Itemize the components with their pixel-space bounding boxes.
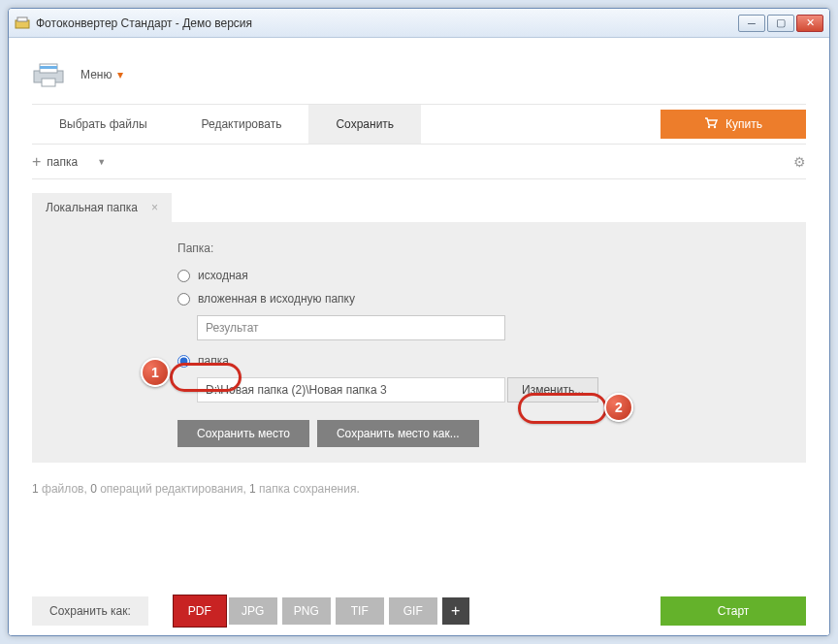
start-button[interactable]: Старт — [661, 596, 806, 626]
format-tif[interactable]: TIF — [336, 597, 384, 625]
close-icon[interactable]: × — [151, 201, 158, 214]
buy-label: Купить — [725, 117, 762, 131]
change-button[interactable]: Изменить... — [507, 377, 598, 402]
svg-rect-1 — [17, 17, 27, 21]
radio-source[interactable]: исходная — [177, 269, 777, 282]
menubar: Меню ▾ — [32, 51, 806, 98]
nested-folder-field[interactable]: Результат — [197, 315, 505, 340]
main-tabs: Выбрать файлы Редактировать Сохранить Ку… — [32, 104, 806, 145]
radio-nested[interactable]: вложенная в исходную папку — [177, 292, 777, 306]
titlebar: Фотоконвертер Стандарт - Демо версия ─ ▢… — [9, 9, 829, 38]
format-add[interactable]: + — [442, 597, 469, 625]
svg-rect-5 — [42, 79, 55, 86]
status-ops-count: 0 — [90, 482, 97, 496]
radio-source-label: исходная — [198, 269, 248, 282]
save-as-label: Сохранить как: — [32, 596, 148, 626]
svg-point-6 — [708, 125, 710, 127]
path-field[interactable]: D:\Новая папка (2)\Новая папка 3 — [197, 377, 505, 402]
maximize-button[interactable]: ▢ — [767, 15, 794, 32]
save-place-button[interactable]: Сохранить место — [177, 420, 309, 447]
menu-label: Меню — [81, 68, 112, 81]
format-gif[interactable]: GIF — [389, 597, 437, 625]
folder-dropdown[interactable]: папка ▼ — [47, 155, 106, 169]
app-window: Фотоконвертер Стандарт - Демо версия ─ ▢… — [8, 8, 830, 636]
format-png[interactable]: PNG — [282, 597, 331, 625]
format-jpg[interactable]: JPG — [229, 597, 277, 625]
window-buttons: ─ ▢ ✕ — [738, 15, 823, 32]
save-panel: Папка: исходная вложенная в исходную пап… — [32, 222, 806, 463]
tab-select-files[interactable]: Выбрать файлы — [32, 105, 175, 144]
window-title: Фотоконвертер Стандарт - Демо версия — [36, 16, 738, 30]
radio-nested-label: вложенная в исходную папку — [198, 292, 355, 306]
status-line: 1 файлов, 0 операций редактирования, 1 п… — [32, 482, 806, 496]
path-row: D:\Новая папка (2)\Новая папка 3 Изменит… — [197, 377, 777, 402]
cart-icon — [704, 117, 718, 132]
tab-edit[interactable]: Редактировать — [175, 105, 309, 144]
svg-rect-4 — [40, 66, 57, 69]
bottom-bar: Сохранить как: PDF JPG PNG TIF GIF + Ста… — [32, 583, 806, 626]
gear-icon[interactable]: ⚙ — [793, 154, 806, 170]
folder-heading: Папка: — [177, 242, 777, 255]
radio-folder-label: папка — [198, 354, 229, 368]
status-files-count: 1 — [32, 482, 39, 496]
radio-nested-input[interactable] — [177, 293, 190, 306]
tab-local-folder-label: Локальная папка — [46, 201, 138, 214]
client-area: Меню ▾ Выбрать файлы Редактировать Сохра… — [9, 38, 829, 635]
folder-dropdown-label: папка — [47, 155, 78, 169]
close-button[interactable]: ✕ — [796, 15, 823, 32]
annotation-badge-1: 1 — [141, 358, 170, 387]
tab-local-folder[interactable]: Локальная папка × — [32, 193, 172, 222]
radio-folder-input[interactable] — [177, 355, 190, 368]
minimize-button[interactable]: ─ — [738, 15, 765, 32]
menu-button[interactable]: Меню ▾ — [81, 68, 123, 81]
tab-save[interactable]: Сохранить — [308, 105, 421, 144]
save-place-as-button[interactable]: Сохранить место как... — [317, 420, 479, 447]
location-tabs: Локальная папка × — [32, 193, 806, 222]
svg-point-7 — [714, 125, 716, 127]
format-pdf[interactable]: PDF — [176, 597, 224, 625]
subtoolbar: + папка ▼ ⚙ — [32, 145, 806, 179]
app-icon — [15, 16, 30, 31]
printer-icon — [32, 61, 67, 88]
caret-down-icon: ▾ — [113, 68, 122, 81]
buy-button[interactable]: Купить — [661, 110, 806, 139]
save-buttons: Сохранить место Сохранить место как... — [177, 420, 777, 447]
caret-down-icon: ▼ — [97, 157, 106, 167]
radio-folder[interactable]: папка — [177, 354, 777, 368]
status-save-count: 1 — [249, 482, 256, 496]
add-icon[interactable]: + — [32, 153, 41, 171]
radio-source-input[interactable] — [177, 270, 190, 282]
